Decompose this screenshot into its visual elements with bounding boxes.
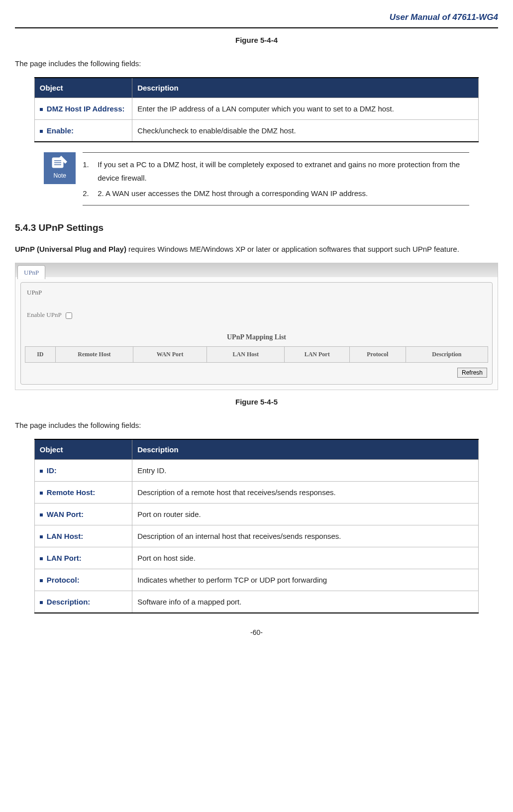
intro-text-2: The page includes the following fields: [15, 418, 498, 432]
table-header-object: Object [34, 78, 132, 98]
section-paragraph: UPnP (Universal Plug and Play) requires … [15, 242, 498, 256]
note-number: 1. [83, 158, 98, 185]
mapping-list-title: UPnP Mapping List [25, 328, 488, 343]
bullet-icon [40, 557, 43, 560]
object-description: Indicates whether to perform TCP or UDP … [132, 569, 479, 591]
section-text: requires Windows ME/Windows XP or later … [126, 245, 459, 253]
bullet-icon [40, 492, 43, 495]
object-description: Enter the IP address of a LAN computer w… [132, 98, 479, 119]
intro-text-1: The page includes the following fields: [15, 57, 498, 70]
screenshot-upnp: UPnP UPnP Enable UPnP UPnP Mapping List … [15, 263, 498, 391]
object-label: Description: [47, 598, 91, 606]
enable-row: Enable UPnP [25, 306, 488, 327]
bullet-icon [40, 108, 43, 111]
enable-label: Enable UPnP [27, 311, 61, 318]
enable-upnp-checkbox[interactable] [66, 312, 72, 319]
object-label: ID: [47, 466, 57, 475]
bullet-icon [40, 130, 43, 133]
fields-table-2: Object Description ID: Entry ID. Remote … [34, 439, 479, 613]
bullet-icon [40, 470, 43, 473]
note-box: Note 1. If you set a PC to a DMZ host, i… [44, 152, 469, 205]
object-description: Entry ID. [132, 460, 479, 482]
object-description: Software info of a mapped port. [132, 591, 479, 613]
note-label: Note [54, 171, 66, 182]
bullet-icon [40, 601, 43, 604]
fields-table-1: Object Description DMZ Host IP Address: … [34, 77, 479, 142]
tab-upnp[interactable]: UPnP [17, 265, 45, 279]
note-text: If you set a PC to a DMZ host, it will b… [98, 158, 469, 185]
figure-caption-2: Figure 5-4-5 [15, 395, 498, 408]
table-row: Remote Host: Description of a remote hos… [34, 482, 478, 504]
bullet-icon [40, 579, 43, 582]
note-text: 2. A WAN user accesses the DMZ host thro… [98, 187, 368, 200]
upnp-panel: UPnP Enable UPnP UPnP Mapping List ID Re… [20, 282, 493, 385]
header-divider [15, 27, 498, 28]
table-row: ID: Entry ID. [34, 460, 478, 482]
col-id: ID [25, 346, 56, 363]
object-label: DMZ Host IP Address: [47, 104, 125, 113]
object-description: Port on router side. [132, 504, 479, 525]
table-row: DMZ Host IP Address: Enter the IP addres… [34, 98, 478, 119]
col-protocol: Protocol [349, 346, 406, 363]
table-row: Protocol: Indicates whether to perform T… [34, 569, 478, 591]
refresh-row: Refresh [25, 363, 488, 380]
bullet-icon [40, 513, 43, 516]
manual-title: User Manual of 47611-WG4 [15, 10, 498, 25]
col-remote-host: Remote Host [55, 346, 133, 363]
note-icon: Note [44, 152, 76, 184]
tab-bar: UPnP [15, 263, 498, 277]
note-content: 1. If you set a PC to a DMZ host, it wil… [83, 152, 469, 205]
table-row: LAN Port: Port on host side. [34, 547, 478, 569]
col-lan-host: LAN Host [206, 346, 285, 363]
figure-caption-1: Figure 5-4-4 [15, 33, 498, 47]
bold-text: UPnP (Universal Plug and Play) [15, 245, 126, 253]
object-description: Check/uncheck to enable/disable the DMZ … [132, 119, 479, 142]
object-description: Description of an internal host that rec… [132, 525, 479, 547]
table-row: Enable: Check/uncheck to enable/disable … [34, 119, 478, 142]
col-wan-port: WAN Port [133, 346, 207, 363]
col-description: Description [406, 346, 488, 363]
col-lan-port: LAN Port [285, 346, 349, 363]
object-label: Enable: [47, 126, 74, 135]
table-header-description: Description [132, 78, 479, 98]
table-header-object: Object [34, 439, 132, 460]
object-label: Remote Host: [47, 488, 96, 497]
upnp-mapping-table: ID Remote Host WAN Port LAN Host LAN Por… [25, 346, 488, 363]
object-label: LAN Host: [47, 532, 83, 540]
object-label: WAN Port: [47, 510, 84, 518]
bullet-icon [40, 535, 43, 538]
object-description: Port on host side. [132, 547, 479, 569]
table-row: LAN Host: Description of an internal hos… [34, 525, 478, 547]
table-row: Description: Software info of a mapped p… [34, 591, 478, 613]
object-label: Protocol: [47, 576, 80, 584]
object-description: Description of a remote host that receiv… [132, 482, 479, 504]
table-row: WAN Port: Port on router side. [34, 504, 478, 525]
page-number: -60- [15, 626, 498, 639]
section-heading: 5.4.3 UPnP Settings [15, 219, 498, 236]
refresh-button[interactable]: Refresh [457, 368, 487, 378]
object-label: LAN Port: [47, 554, 82, 562]
panel-title: UPnP [27, 287, 488, 298]
table-header-description: Description [132, 439, 479, 460]
note-number: 2. [83, 187, 98, 200]
